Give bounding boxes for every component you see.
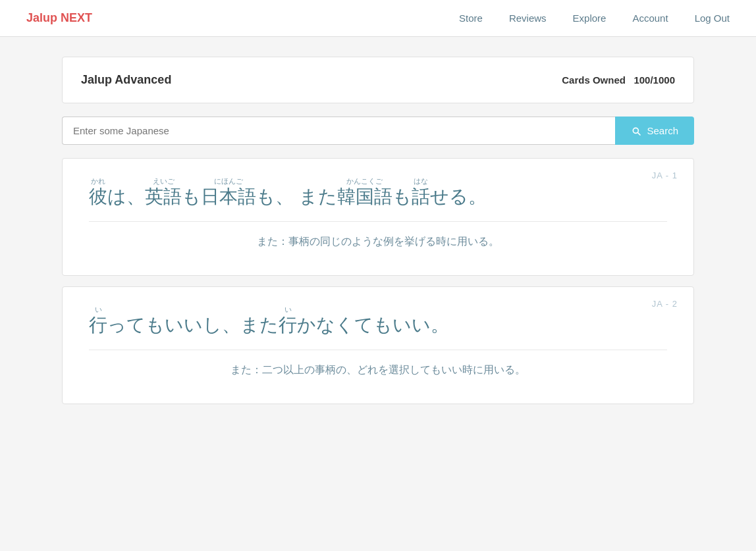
kanji-group: かれ 彼 (89, 177, 107, 208)
card-sentence-1: かれ 彼 は、 えいご 英語 も にほんご 日本語 も、 また かんこ (89, 177, 667, 208)
nav-links: Store Reviews Explore Account Log Out (459, 13, 730, 24)
card-definition-1: また：事柄の同じのような例を挙げる時に用いる。 (89, 232, 667, 251)
cards-owned-label: Cards Owned (562, 74, 626, 86)
deck-title: Jalup Advanced (81, 73, 171, 87)
card-definition-2: また：二つ以上の事柄の、どれを選択してもいい時に用いる。 (89, 361, 667, 380)
kanji-group: い 行 (279, 305, 297, 336)
card-id-2: JA - 2 (652, 299, 678, 309)
card-id-1: JA - 1 (652, 171, 678, 180)
kanji-group: かんこくご 韓国語 (337, 177, 392, 208)
card-2: JA - 2 い 行 ってもいいし、また い 行 かなくてもいい。 また：二つ以… (62, 286, 694, 404)
cards-owned-count: 100/1000 (634, 74, 675, 86)
search-icon (631, 126, 641, 136)
kanji-group: はな 話 (412, 177, 430, 208)
sentence-line-2: い 行 ってもいいし、また い 行 かなくてもいい。 (89, 305, 667, 336)
deck-cards-info: Cards Owned 100/1000 (562, 74, 675, 86)
nav-logout[interactable]: Log Out (695, 13, 730, 24)
kanji-group: にほんご 日本語 (201, 177, 256, 208)
card-sentence-2: い 行 ってもいいし、また い 行 かなくてもいい。 (89, 305, 667, 336)
page-content: Jalup Advanced Cards Owned 100/1000 Sear… (49, 57, 707, 404)
nav-account[interactable]: Account (632, 13, 668, 24)
deck-header: Jalup Advanced Cards Owned 100/1000 (62, 57, 694, 103)
kanji-group: い 行 (89, 305, 107, 336)
search-button[interactable]: Search (615, 117, 694, 145)
card-divider-1 (89, 221, 667, 222)
navbar: Jalup NEXT Store Reviews Explore Account… (0, 0, 756, 37)
search-input[interactable] (62, 117, 615, 145)
nav-store[interactable]: Store (459, 13, 483, 24)
card-divider-2 (89, 350, 667, 350)
card-1: JA - 1 かれ 彼 は、 えいご 英語 も にほんご 日本語 (62, 158, 694, 276)
sentence-line-1: かれ 彼 は、 えいご 英語 も にほんご 日本語 も、 また かんこ (89, 177, 667, 208)
nav-explore[interactable]: Explore (573, 13, 607, 24)
search-bar: Search (62, 117, 694, 145)
nav-reviews[interactable]: Reviews (509, 13, 547, 24)
search-button-label: Search (647, 125, 678, 136)
kanji-group: えいご 英語 (145, 177, 182, 208)
brand-logo[interactable]: Jalup NEXT (26, 11, 92, 25)
